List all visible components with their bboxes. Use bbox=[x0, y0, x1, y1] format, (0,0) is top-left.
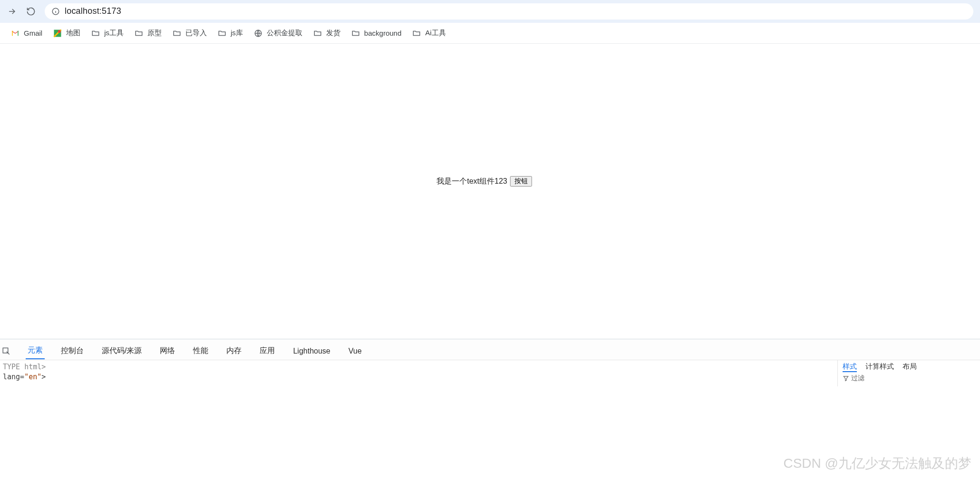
text-component: 我是一个text组件123 bbox=[437, 177, 507, 187]
bookmark-gmail[interactable]: Gmail bbox=[10, 29, 42, 38]
bookmark-shipping[interactable]: 发货 bbox=[313, 29, 340, 38]
inspect-icon[interactable] bbox=[2, 347, 11, 355]
watermark: CSDN @九亿少女无法触及的梦 bbox=[783, 454, 971, 473]
folder-icon bbox=[313, 29, 322, 38]
tab-memory[interactable]: 内存 bbox=[224, 343, 243, 359]
globe-icon bbox=[253, 29, 263, 38]
source-line: lang="en"> bbox=[3, 372, 834, 382]
forward-icon[interactable] bbox=[7, 6, 17, 17]
folder-icon bbox=[134, 29, 144, 38]
styles-pane: 样式 计算样式 布局 过滤 bbox=[837, 360, 980, 386]
tab-lighthouse[interactable]: Lighthouse bbox=[291, 344, 332, 358]
reload-icon[interactable] bbox=[26, 6, 36, 17]
bookmark-label: js工具 bbox=[104, 29, 124, 38]
bookmark-label: 公积金提取 bbox=[267, 29, 302, 38]
source-pane[interactable]: TYPE html> lang="en"> bbox=[0, 360, 837, 386]
devtools-body: TYPE html> lang="en"> 样式 计算样式 布局 过滤 bbox=[0, 360, 980, 386]
gmail-icon bbox=[10, 29, 20, 38]
devtools-tabs: 元素 控制台 源代码/来源 网络 性能 内存 应用 Lighthouse Vue bbox=[0, 339, 980, 360]
tab-console[interactable]: 控制台 bbox=[59, 343, 86, 359]
bookmark-label: 原型 bbox=[147, 29, 162, 38]
folder-icon bbox=[91, 29, 100, 38]
folder-icon bbox=[351, 29, 360, 38]
bookmark-label: js库 bbox=[231, 29, 243, 38]
bookmark-imported[interactable]: 已导入 bbox=[172, 29, 207, 38]
styles-tab-computed[interactable]: 计算样式 bbox=[865, 362, 894, 372]
source-line: TYPE html> bbox=[3, 362, 834, 372]
bookmark-label: 发货 bbox=[326, 29, 340, 38]
bookmarks-bar: Gmail 地图 js工具 原型 已导入 js库 公积金提取 发货 backgr… bbox=[0, 23, 980, 44]
filter-icon bbox=[843, 375, 849, 382]
styles-tabs: 样式 计算样式 布局 bbox=[838, 360, 980, 374]
bookmark-ai-tools[interactable]: Ai工具 bbox=[412, 29, 446, 38]
bookmark-label: Gmail bbox=[24, 29, 42, 37]
address-bar[interactable]: localhost:5173 bbox=[45, 3, 973, 20]
bookmark-label: 地图 bbox=[66, 29, 80, 38]
browser-nav-bar: localhost:5173 bbox=[0, 0, 980, 23]
folder-icon bbox=[172, 29, 182, 38]
bookmark-background[interactable]: background bbox=[351, 29, 401, 38]
styles-tab-styles[interactable]: 样式 bbox=[843, 362, 857, 372]
content-row: 我是一个text组件123 按钮 bbox=[437, 176, 532, 187]
bookmark-gongjijin[interactable]: 公积金提取 bbox=[253, 29, 302, 38]
styles-filter[interactable]: 过滤 bbox=[838, 374, 980, 383]
bookmark-label: background bbox=[364, 29, 401, 37]
tab-network[interactable]: 网络 bbox=[158, 343, 177, 359]
styles-tab-layout[interactable]: 布局 bbox=[902, 362, 917, 372]
maps-icon bbox=[53, 29, 62, 38]
tab-elements[interactable]: 元素 bbox=[26, 343, 45, 359]
demo-button[interactable]: 按钮 bbox=[510, 176, 532, 187]
bookmark-maps[interactable]: 地图 bbox=[53, 29, 80, 38]
bookmark-js-tools[interactable]: js工具 bbox=[91, 29, 124, 38]
bookmark-prototype[interactable]: 原型 bbox=[134, 29, 162, 38]
filter-label: 过滤 bbox=[851, 374, 864, 383]
bookmark-js-libs[interactable]: js库 bbox=[217, 29, 243, 38]
tab-performance[interactable]: 性能 bbox=[191, 343, 210, 359]
bookmark-label: Ai工具 bbox=[425, 29, 446, 38]
page-viewport: 我是一个text组件123 按钮 bbox=[0, 44, 980, 339]
tab-vue[interactable]: Vue bbox=[347, 344, 364, 358]
folder-icon bbox=[412, 29, 421, 38]
svg-point-4 bbox=[58, 30, 61, 33]
site-info-icon[interactable] bbox=[51, 7, 60, 16]
tab-sources[interactable]: 源代码/来源 bbox=[100, 343, 144, 359]
tab-application[interactable]: 应用 bbox=[258, 343, 277, 359]
address-text: localhost:5173 bbox=[65, 6, 121, 16]
folder-icon bbox=[217, 29, 227, 38]
bookmark-label: 已导入 bbox=[185, 29, 207, 38]
